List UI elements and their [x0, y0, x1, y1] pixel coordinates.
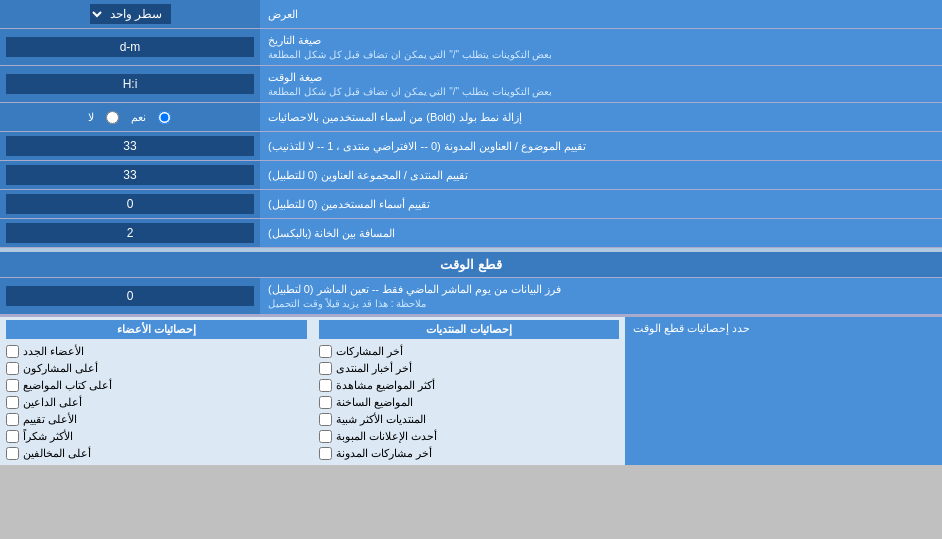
checkbox-members-4[interactable]: [6, 413, 19, 426]
header-input[interactable]: سطر واحد سطرين ثلاثة أسطر: [0, 0, 260, 28]
members-stats-header: إحصائيات الأعضاء: [6, 320, 307, 339]
header-row: العرض سطر واحد سطرين ثلاثة أسطر: [0, 0, 942, 29]
realtime-row: فرز البيانات من يوم الماشر الماضي فقط --…: [0, 278, 942, 315]
bold-remove-input-wrapper[interactable]: نعم لا: [0, 103, 260, 131]
realtime-label: فرز البيانات من يوم الماشر الماضي فقط --…: [260, 278, 942, 314]
main-container: العرض سطر واحد سطرين ثلاثة أسطر صيغة الت…: [0, 0, 942, 465]
date-format-row: صيغة التاريخ بعض التكوينات يتطلب "/" الت…: [0, 29, 942, 66]
time-format-label: صيغة الوقت بعض التكوينات يتطلب "/" التي …: [260, 66, 942, 102]
bold-remove-label: إزالة نمط بولد (Bold) من أسماء المستخدمي…: [260, 103, 942, 131]
forums-check-4: المنتديات الأكثر شبية: [319, 411, 620, 428]
bold-yes-radio[interactable]: [158, 111, 171, 124]
sort-forum-label: تقييم المنتدى / المجموعة العناوين (0 للت…: [260, 161, 942, 189]
members-check-1: أعلى المشاركون: [6, 360, 307, 377]
sort-topics-input-wrapper[interactable]: [0, 132, 260, 160]
date-format-input[interactable]: [6, 37, 254, 57]
checkbox-members-1[interactable]: [6, 362, 19, 375]
bold-yes-label: نعم: [131, 111, 146, 124]
bold-radio-group: نعم لا: [80, 111, 181, 124]
checkbox-members-5[interactable]: [6, 430, 19, 443]
sort-topics-row: تقييم الموضوع / العناوين المدونة (0 -- ا…: [0, 132, 942, 161]
sort-forum-row: تقييم المنتدى / المجموعة العناوين (0 للت…: [0, 161, 942, 190]
forums-stats-header: إحصائيات المنتديات: [319, 320, 620, 339]
members-check-4: الأعلى تقييم: [6, 411, 307, 428]
sort-topics-label: تقييم الموضوع / العناوين المدونة (0 -- ا…: [260, 132, 942, 160]
members-check-5: الأكثر شكراً: [6, 428, 307, 445]
sort-users-label: تقييم أسماء المستخدمين (0 للتطبيل): [260, 190, 942, 218]
spacing-input[interactable]: [6, 223, 254, 243]
date-format-label: صيغة التاريخ بعض التكوينات يتطلب "/" الت…: [260, 29, 942, 65]
checkbox-forums-0[interactable]: [319, 345, 332, 358]
spacing-input-wrapper[interactable]: [0, 219, 260, 247]
checkbox-forums-1[interactable]: [319, 362, 332, 375]
bottom-section: حدد إحصائيات قطع الوقت إحصائيات المنتديا…: [0, 315, 942, 465]
checkbox-forums-5[interactable]: [319, 430, 332, 443]
forums-check-0: أخر المشاركات: [319, 343, 620, 360]
members-check-2: أعلى كتاب المواضيع: [6, 377, 307, 394]
forums-check-1: أخر أخبار المنتدى: [319, 360, 620, 377]
sort-forum-input-wrapper[interactable]: [0, 161, 260, 189]
time-format-input[interactable]: [6, 74, 254, 94]
checkbox-members-2[interactable]: [6, 379, 19, 392]
forums-check-6: أخر مشاركات المدونة: [319, 445, 620, 462]
realtime-section-header: قطع الوقت: [0, 252, 942, 278]
checkbox-forums-2[interactable]: [319, 379, 332, 392]
sort-topics-input[interactable]: [6, 136, 254, 156]
checkbox-members-6[interactable]: [6, 447, 19, 460]
date-format-input-wrapper[interactable]: [0, 29, 260, 65]
spacing-label: المسافة بين الخانة (بالبكسل): [260, 219, 942, 247]
checkbox-forums-3[interactable]: [319, 396, 332, 409]
header-label: العرض: [260, 0, 942, 28]
realtime-input[interactable]: [6, 286, 254, 306]
members-check-6: أعلى المخالفين: [6, 445, 307, 462]
checkbox-forums-4[interactable]: [319, 413, 332, 426]
bold-no-label: لا: [88, 111, 94, 124]
bold-no-radio[interactable]: [106, 111, 119, 124]
sort-users-input-wrapper[interactable]: [0, 190, 260, 218]
display-select[interactable]: سطر واحد سطرين ثلاثة أسطر: [90, 4, 171, 24]
sort-users-row: تقييم أسماء المستخدمين (0 للتطبيل): [0, 190, 942, 219]
forums-check-2: أكثر المواضيع مشاهدة: [319, 377, 620, 394]
members-check-3: أعلى الداعين: [6, 394, 307, 411]
forums-stats-col: إحصائيات المنتديات أخر المشاركات أخر أخب…: [313, 317, 626, 465]
realtime-input-wrapper[interactable]: [0, 278, 260, 314]
sort-users-input[interactable]: [6, 194, 254, 214]
header-title: العرض: [268, 8, 298, 21]
stats-section-label: حدد إحصائيات قطع الوقت: [625, 317, 942, 465]
members-stats-col: إحصائيات الأعضاء الأعضاء الجدد أعلى المش…: [0, 317, 313, 465]
bold-remove-row: إزالة نمط بولد (Bold) من أسماء المستخدمي…: [0, 103, 942, 132]
time-format-input-wrapper[interactable]: [0, 66, 260, 102]
checkbox-members-0[interactable]: [6, 345, 19, 358]
forums-check-5: أحدث الإعلانات المبوبة: [319, 428, 620, 445]
checkbox-members-3[interactable]: [6, 396, 19, 409]
sort-forum-input[interactable]: [6, 165, 254, 185]
spacing-row: المسافة بين الخانة (بالبكسل): [0, 219, 942, 248]
checkbox-forums-6[interactable]: [319, 447, 332, 460]
members-check-0: الأعضاء الجدد: [6, 343, 307, 360]
forums-check-3: المواضيع الساخنة: [319, 394, 620, 411]
time-format-row: صيغة الوقت بعض التكوينات يتطلب "/" التي …: [0, 66, 942, 103]
